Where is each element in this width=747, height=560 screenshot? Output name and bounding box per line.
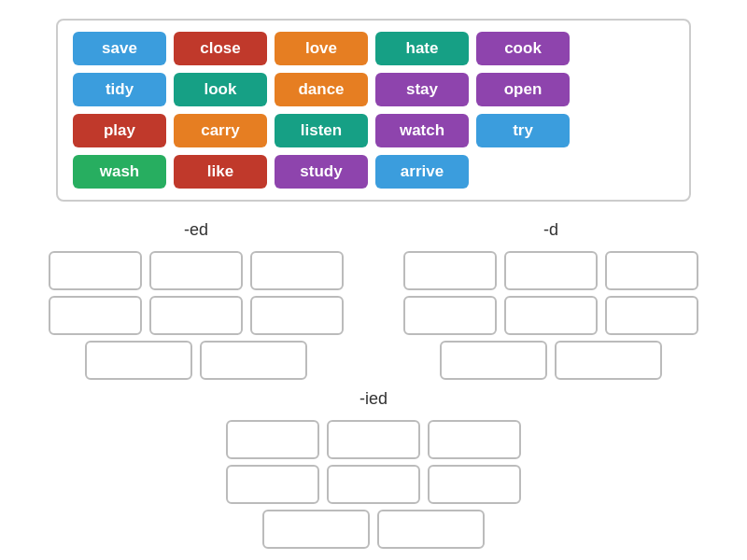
word-open[interactable]: open — [476, 73, 570, 106]
word-row-2: tidy look dance stay open — [73, 73, 674, 106]
ed-box-2[interactable] — [149, 251, 243, 290]
word-try[interactable]: try — [476, 114, 570, 147]
word-wash[interactable]: wash — [73, 155, 166, 189]
word-cook[interactable]: cook — [476, 32, 570, 65]
d-title: -d — [543, 220, 558, 240]
word-play[interactable]: play — [73, 114, 166, 147]
ied-box-5[interactable] — [327, 465, 420, 504]
word-row-4: wash like study arrive — [73, 155, 674, 189]
sort-column-ied: -ied — [19, 389, 728, 549]
word-hate[interactable]: hate — [375, 32, 469, 65]
d-box-2[interactable] — [504, 251, 598, 290]
ed-box-7[interactable] — [85, 341, 192, 380]
ied-box-7[interactable] — [262, 510, 370, 549]
word-arrive[interactable]: arrive — [375, 155, 469, 189]
d-row-3 — [440, 341, 662, 380]
word-listen[interactable]: listen — [275, 114, 368, 147]
sort-area-ed-d: -ed -d — [19, 220, 728, 380]
d-box-5[interactable] — [504, 296, 598, 335]
d-box-8[interactable] — [555, 341, 662, 380]
ied-row-1 — [226, 420, 521, 459]
word-dance[interactable]: dance — [275, 73, 368, 106]
d-row-1 — [403, 251, 698, 290]
ed-title: -ed — [184, 220, 208, 240]
ied-box-8[interactable] — [377, 510, 485, 549]
word-stay[interactable]: stay — [375, 73, 469, 106]
ed-box-8[interactable] — [200, 341, 307, 380]
d-box-7[interactable] — [440, 341, 547, 380]
word-carry[interactable]: carry — [174, 114, 267, 147]
word-row-3: play carry listen watch try — [73, 114, 674, 147]
ed-row-1 — [49, 251, 344, 290]
sort-column-ed: -ed — [49, 220, 344, 380]
sort-column-d: -d — [403, 220, 698, 380]
ied-box-3[interactable] — [428, 420, 521, 459]
ed-box-1[interactable] — [49, 251, 142, 290]
ed-row-2 — [49, 296, 344, 335]
ied-box-4[interactable] — [226, 465, 319, 504]
word-study[interactable]: study — [275, 155, 368, 189]
ied-box-1[interactable] — [226, 420, 319, 459]
ed-box-5[interactable] — [149, 296, 243, 335]
ed-row-3 — [85, 341, 307, 380]
word-bank: save close love hate cook tidy look danc… — [56, 19, 691, 202]
ied-box-6[interactable] — [428, 465, 521, 504]
word-save[interactable]: save — [73, 32, 166, 65]
word-watch[interactable]: watch — [375, 114, 469, 147]
word-love[interactable]: love — [275, 32, 368, 65]
ed-box-4[interactable] — [49, 296, 142, 335]
ied-box-2[interactable] — [327, 420, 420, 459]
d-box-1[interactable] — [403, 251, 497, 290]
d-box-4[interactable] — [403, 296, 497, 335]
word-like[interactable]: like — [174, 155, 267, 189]
d-box-3[interactable] — [605, 251, 698, 290]
ied-row-3 — [262, 510, 485, 549]
d-box-6[interactable] — [605, 296, 698, 335]
word-close[interactable]: close — [174, 32, 267, 65]
d-row-2 — [403, 296, 698, 335]
word-tidy[interactable]: tidy — [73, 73, 166, 106]
ed-box-3[interactable] — [250, 251, 344, 290]
ied-row-2 — [226, 465, 521, 504]
word-row-1: save close love hate cook — [73, 32, 674, 65]
word-look[interactable]: look — [174, 73, 267, 106]
ied-title: -ied — [359, 389, 388, 409]
ed-box-6[interactable] — [250, 296, 344, 335]
